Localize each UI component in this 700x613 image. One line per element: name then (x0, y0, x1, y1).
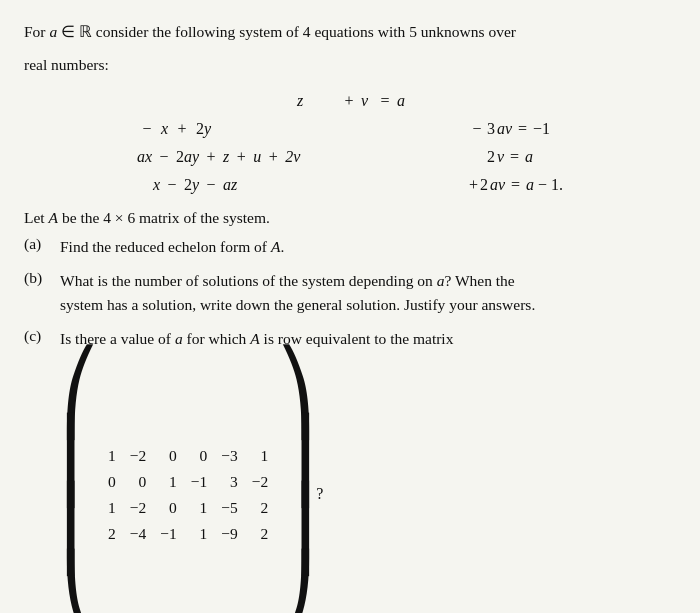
left-equations: z + v = a − x + 2y ax − 2ay + z + u + 2v (137, 87, 409, 199)
matrix-row-1: 1 −2 0 0 −3 1 (101, 443, 275, 469)
matrix-table: 1 −2 0 0 −3 1 0 0 1 −1 3 −2 (101, 443, 275, 547)
part-a-label: (a) (24, 235, 60, 253)
matrix-row-2: 0 0 1 −1 3 −2 (101, 469, 275, 495)
part-b-label: (b) (24, 269, 60, 287)
intro-line1: For a ∈ ℝ consider the following system … (24, 20, 676, 43)
part-c-content: Is there a value of a for which A is row… (60, 327, 676, 613)
part-a: (a) Find the reduced echelon form of A. (24, 235, 676, 259)
intro-line2: real numbers: (24, 53, 676, 76)
matrix-label: Let A be the 4 × 6 matrix of the system. (24, 209, 676, 227)
part-c: (c) Is there a value of a for which A is… (24, 327, 676, 613)
matrix-row-4: 2 −4 −1 1 −9 2 (101, 521, 275, 547)
part-b-content: What is the number of solutions of the s… (60, 269, 676, 317)
equations-block: z + v = a − x + 2y ax − 2ay + z + u + 2v (24, 87, 676, 199)
part-a-content: Find the reduced echelon form of A. (60, 235, 676, 259)
part-c-label: (c) (24, 327, 60, 345)
matrix-display: ⎛⎜⎜⎝ 1 −2 0 0 −3 1 0 0 1 −1 (60, 359, 323, 613)
matrix-row-3: 1 −2 0 1 −5 2 (101, 495, 275, 521)
right-equations: = − 3av = −1 2v = a + 2av = a − 1. (469, 87, 563, 199)
part-b: (b) What is the number of solutions of t… (24, 269, 676, 317)
